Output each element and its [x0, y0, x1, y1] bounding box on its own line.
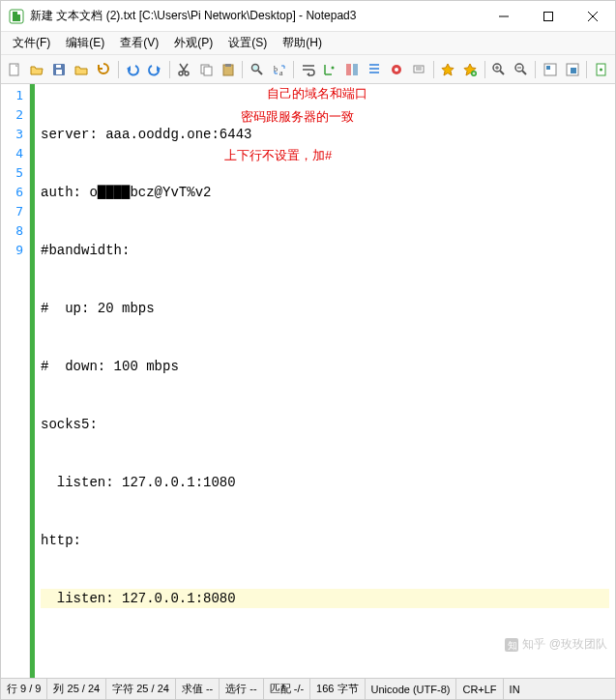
save-icon[interactable]: [49, 59, 70, 80]
whitespace-icon[interactable]: [320, 59, 340, 80]
status-value[interactable]: 求值 --: [176, 679, 220, 699]
line-number: 4: [1, 144, 23, 163]
svg-point-51: [600, 68, 602, 71]
statusbar: 行 9 / 9 列 25 / 24 字符 25 / 24 求值 -- 选行 --…: [1, 678, 615, 699]
replace-icon[interactable]: ba: [269, 59, 289, 80]
wordwrap-icon[interactable]: [298, 59, 318, 80]
status-sel[interactable]: 选行 --: [220, 679, 263, 699]
close-button[interactable]: [571, 1, 615, 31]
svg-point-32: [395, 68, 398, 72]
browse-icon[interactable]: [72, 59, 92, 80]
code-line[interactable]: socks5:: [41, 415, 609, 434]
minimize-button[interactable]: [482, 1, 526, 31]
status-eol[interactable]: CR+LF: [456, 679, 503, 699]
undo-icon[interactable]: [123, 59, 143, 80]
line-number: 2: [1, 105, 23, 125]
line-number: 8: [1, 221, 23, 241]
watermark: 知 知乎 @玫玫团队: [505, 636, 607, 653]
status-bytes[interactable]: 166 字节: [310, 679, 365, 699]
about-icon[interactable]: [591, 59, 611, 80]
code-line[interactable]: # up: 20 mbps: [41, 299, 609, 318]
guides-icon[interactable]: [342, 59, 363, 80]
app-icon: [9, 9, 24, 24]
menubar: 文件(F) 编辑(E) 查看(V) 外观(P) 设置(S) 帮助(H): [1, 32, 615, 55]
status-line[interactable]: 行 9 / 9: [1, 679, 47, 699]
status-match[interactable]: 匹配 -/-: [264, 679, 310, 699]
separator: [535, 61, 536, 78]
svg-rect-18: [253, 66, 257, 70]
svg-line-19: [258, 71, 262, 74]
line-number: 9: [1, 241, 23, 260]
find-icon[interactable]: [247, 59, 267, 80]
cut-icon[interactable]: [173, 59, 193, 80]
line-number: 1: [1, 86, 23, 105]
svg-text:a: a: [279, 69, 283, 77]
line-number: 7: [1, 202, 23, 221]
zoom-out-icon[interactable]: [511, 59, 531, 80]
menu-edit[interactable]: 编辑(E): [58, 32, 112, 54]
editor[interactable]: 1 2 3 4 5 6 7 8 9 server: aaa.ooddg.one:…: [1, 84, 615, 678]
favorite-star-icon[interactable]: [438, 59, 458, 80]
window-title: 新建 文本文档 (2).txt [C:\Users\Pi Network\Des…: [30, 8, 482, 24]
svg-rect-49: [571, 68, 576, 73]
code-area[interactable]: server: aaa.ooddg.one:6443 auth: o████bc…: [35, 84, 615, 678]
menu-appearance[interactable]: 外观(P): [166, 32, 220, 54]
separator: [586, 61, 587, 78]
annotation-password: 密码跟服务器的一致: [241, 107, 354, 127]
code-line[interactable]: auth: o████bcz@YvT%v2: [41, 183, 609, 202]
annotation-domain: 自己的域名和端口: [267, 84, 367, 103]
zoom-in-icon[interactable]: [488, 59, 509, 80]
annotation-bandwidth: 上下行不设置，加#: [224, 146, 332, 165]
scheme-icon[interactable]: [540, 59, 560, 80]
separator: [433, 61, 434, 78]
maximize-button[interactable]: [526, 1, 571, 31]
settings-icon[interactable]: [409, 59, 429, 80]
svg-rect-14: [204, 67, 212, 75]
new-file-icon[interactable]: [5, 59, 25, 80]
status-insert-mode[interactable]: IN: [504, 679, 526, 699]
copy-icon[interactable]: [195, 59, 216, 80]
code-line[interactable]: #bandwidth:: [41, 241, 609, 260]
redo-icon[interactable]: [145, 59, 165, 80]
svg-rect-47: [546, 66, 550, 70]
line-number: 6: [1, 183, 23, 202]
watermark-text: 知乎 @玫玫团队: [522, 636, 607, 653]
svg-line-45: [522, 71, 526, 74]
svg-rect-27: [353, 64, 358, 75]
code-line[interactable]: # down: 100 mbps: [41, 357, 609, 376]
line-number: 3: [1, 125, 23, 144]
code-line[interactable]: listen: 127.0.0.1:1080: [41, 473, 609, 492]
line-number-gutter: 1 2 3 4 5 6 7 8 9: [1, 84, 30, 678]
separator: [242, 61, 243, 78]
svg-rect-16: [225, 64, 231, 67]
code-line[interactable]: server: aaa.ooddg.one:6443: [41, 125, 609, 144]
status-encoding[interactable]: Unicode (UTF-8): [366, 679, 457, 699]
separator: [169, 61, 170, 78]
window-controls: [482, 1, 615, 31]
alwaysontop-icon[interactable]: [387, 59, 407, 80]
code-line[interactable]: listen: 127.0.0.1:8080: [41, 589, 609, 608]
menu-help[interactable]: 帮助(H): [275, 32, 330, 54]
menu-settings[interactable]: 设置(S): [220, 32, 275, 54]
svg-text:知: 知: [508, 640, 517, 651]
revert-icon[interactable]: [94, 59, 114, 80]
svg-rect-8: [56, 65, 61, 68]
customize-icon[interactable]: [562, 59, 582, 80]
zhihu-icon: 知: [505, 638, 518, 652]
separator: [293, 61, 294, 78]
status-char[interactable]: 字符 25 / 24: [106, 679, 176, 699]
separator: [118, 61, 119, 78]
svg-rect-26: [346, 64, 351, 75]
open-file-icon[interactable]: [27, 59, 47, 80]
separator: [484, 61, 485, 78]
menu-view[interactable]: 查看(V): [112, 32, 166, 54]
code-line[interactable]: http:: [41, 531, 609, 550]
titlebar: 新建 文本文档 (2).txt [C:\Users\Pi Network\Des…: [1, 1, 615, 32]
add-favorite-icon[interactable]: [460, 59, 481, 80]
folding-icon[interactable]: [365, 59, 385, 80]
paste-icon[interactable]: [218, 59, 238, 80]
svg-point-25: [332, 66, 335, 69]
status-col[interactable]: 列 25 / 24: [47, 679, 106, 699]
menu-file[interactable]: 文件(F): [5, 32, 58, 54]
line-number: 5: [1, 163, 23, 183]
